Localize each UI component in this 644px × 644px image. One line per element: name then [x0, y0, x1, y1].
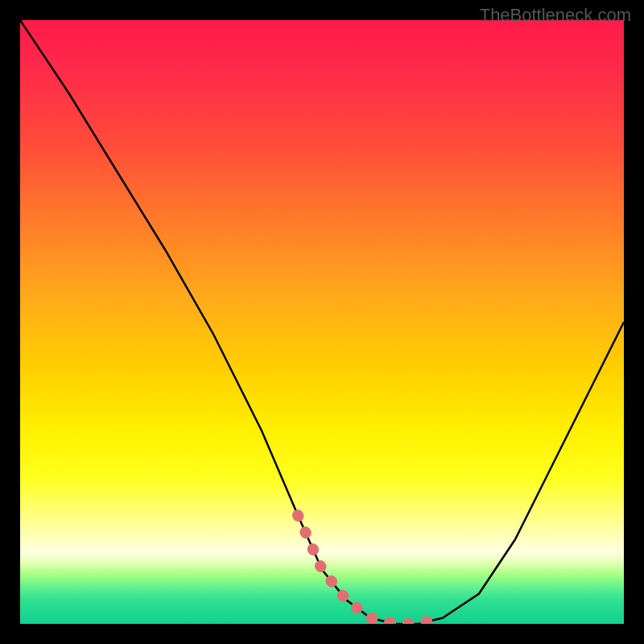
plot-area [20, 20, 624, 624]
bottleneck-curve-line [20, 20, 624, 624]
highlight-segment [298, 515, 443, 624]
chart-container: TheBottleneck.com [0, 0, 644, 644]
curve-svg [20, 20, 624, 624]
watermark-text: TheBottleneck.com [480, 5, 631, 26]
